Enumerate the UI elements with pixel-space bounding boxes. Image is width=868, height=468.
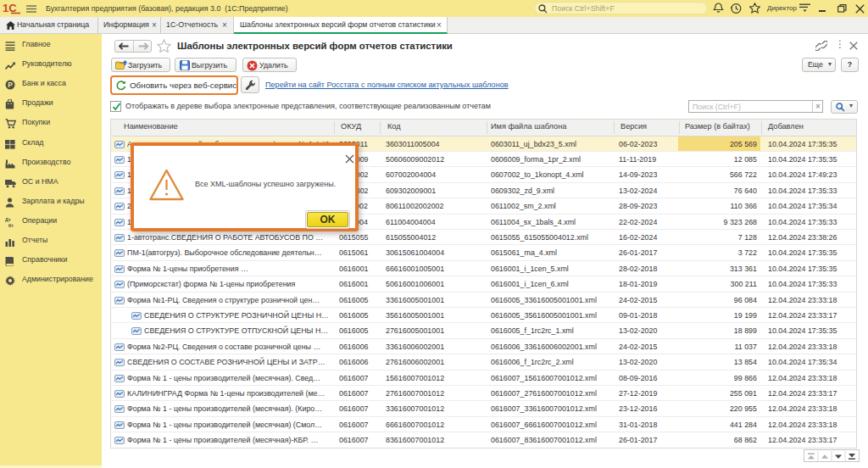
svg-text:Дт: Дт — [5, 217, 11, 222]
svg-text:Кт: Кт — [8, 222, 14, 227]
svg-text:P: P — [8, 81, 13, 89]
